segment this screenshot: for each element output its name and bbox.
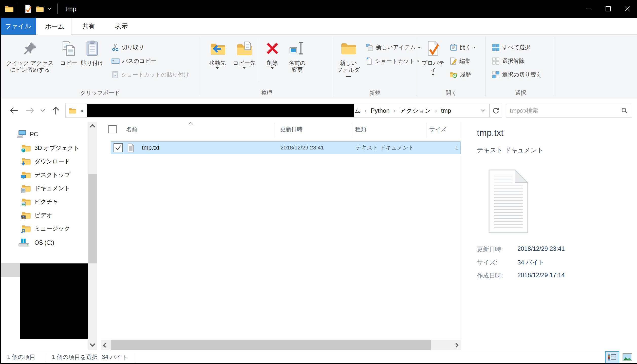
tab-share[interactable]: 共有 xyxy=(72,18,105,35)
pc-icon xyxy=(17,130,27,138)
row-checkbox[interactable] xyxy=(114,143,123,152)
pin-to-quick-access-button[interactable]: クイック アクセス にピン留めする xyxy=(5,37,55,73)
arrow-right-icon xyxy=(26,106,35,115)
search-input[interactable] xyxy=(506,107,621,114)
details-view-button[interactable] xyxy=(605,351,619,363)
sidebar-item-os-c-drive[interactable]: OS (C:) xyxy=(0,236,88,249)
column-header-type[interactable]: 種類 xyxy=(355,126,366,133)
file-preview-icon xyxy=(489,169,528,234)
qat-customize-button[interactable] xyxy=(46,2,53,16)
sidebar-scrollbar-thumb[interactable] xyxy=(88,174,97,263)
breadcrumb-chevron-icon: › xyxy=(365,107,367,114)
close-button[interactable] xyxy=(618,0,637,18)
column-header-size[interactable]: サイズ xyxy=(429,126,446,133)
arrow-up-icon xyxy=(51,106,60,115)
new-shortcut-button[interactable]: ショートカット xyxy=(366,55,419,67)
delete-button[interactable]: 削除 xyxy=(262,37,283,70)
invert-selection-button[interactable]: 選択の切り替え xyxy=(492,69,542,81)
select-all-button[interactable]: すべて選択 xyxy=(492,41,531,53)
sidebar-item-pictures[interactable]: ピクチャ xyxy=(0,195,88,208)
column-header-name[interactable]: 名前 xyxy=(126,126,137,133)
breadcrumb-segment-python[interactable]: Python xyxy=(371,107,390,114)
group-label-clipboard: クリップボード xyxy=(0,89,200,97)
videos-folder-icon xyxy=(21,211,31,219)
scroll-up-button[interactable] xyxy=(89,124,96,129)
scroll-left-button[interactable] xyxy=(103,343,106,349)
qat-new-folder-button[interactable] xyxy=(34,2,46,16)
group-label-new: 新規 xyxy=(333,89,417,97)
column-header-modified[interactable]: 更新日時 xyxy=(280,126,303,133)
ribbon-group-new: 新しい フォルダー 新しいアイテム ショートカット 新規 xyxy=(333,35,417,99)
maximize-button[interactable] xyxy=(598,0,618,18)
titlebar-separator xyxy=(57,4,58,14)
select-none-button[interactable]: 選択解除 xyxy=(492,55,524,67)
sidebar-item-desktop[interactable]: デスクトップ xyxy=(0,168,88,181)
rename-icon xyxy=(289,37,305,60)
sidebar-item-downloads[interactable]: ダウンロード xyxy=(0,155,88,168)
breadcrumb-chevron-icon: › xyxy=(394,107,396,114)
history-button[interactable]: 履歴 xyxy=(450,69,471,81)
titlebar-separator xyxy=(18,4,18,14)
qat-properties-button[interactable] xyxy=(22,2,34,16)
horizontal-scrollbar-thumb[interactable] xyxy=(111,340,431,350)
sidebar-item-videos[interactable]: ビデオ xyxy=(0,208,88,222)
details-title: tmp.txt xyxy=(477,128,503,138)
scroll-down-button[interactable] xyxy=(88,340,97,350)
ribbon-group-clipboard: クイック アクセス にピン留めする コピー 貼り付け 切り取り xyxy=(0,35,200,99)
recent-locations-button[interactable] xyxy=(39,105,47,116)
ribbon-group-select: すべて選択 選択解除 選択の切り替え 選択 xyxy=(486,35,555,99)
tab-view[interactable]: 表示 xyxy=(105,18,138,35)
details-created-label: 作成日時: xyxy=(477,272,503,280)
large-icons-view-button[interactable] xyxy=(620,351,634,363)
file-row-tmp-txt[interactable]: tmp.txt 2018/12/29 23:41 テキスト ドキュメント 1 xyxy=(111,141,461,154)
open-button[interactable]: 開く xyxy=(450,41,476,53)
sidebar-item-3d-objects[interactable]: 3D オブジェクト xyxy=(0,141,88,155)
group-label-open: 開く xyxy=(417,89,486,97)
window-title: tmp xyxy=(65,5,76,13)
refresh-button[interactable] xyxy=(490,104,502,118)
paste-button[interactable]: 貼り付け xyxy=(80,37,104,66)
sidebar-item-pc[interactable]: PC xyxy=(0,128,88,141)
breadcrumb-chevron-icon: › xyxy=(435,107,437,114)
breadcrumb-segment[interactable]: ム xyxy=(354,107,361,115)
copy-to-button[interactable]: コピー先 xyxy=(231,37,257,70)
forward-button[interactable] xyxy=(25,105,36,116)
shortcut-icon xyxy=(366,57,372,65)
chevron-down-icon xyxy=(40,109,45,112)
scroll-right-button[interactable] xyxy=(455,343,459,349)
breadcrumb-segment-tmp[interactable]: tmp xyxy=(441,107,451,114)
move-to-button[interactable]: 移動先 xyxy=(204,37,231,70)
back-button[interactable] xyxy=(8,105,19,116)
breadcrumb-segment-action[interactable]: アクション xyxy=(400,107,431,115)
address-bar[interactable]: « ム › Python › アクション › tmp xyxy=(65,104,490,118)
tab-home[interactable]: ホーム xyxy=(38,18,71,35)
new-item-button[interactable]: 新しいアイテム xyxy=(366,41,420,53)
search-icon[interactable] xyxy=(621,107,632,114)
scroll-strip xyxy=(0,340,637,351)
edit-button[interactable]: 編集 xyxy=(450,55,471,67)
rename-button[interactable]: 名前の 変更 xyxy=(284,37,311,73)
new-folder-button[interactable]: 新しい フォルダー xyxy=(334,37,362,80)
details-size-label: サイズ: xyxy=(477,258,497,266)
status-selection-size: 34 バイト xyxy=(102,353,128,361)
address-dropdown-button[interactable] xyxy=(477,109,489,112)
up-button[interactable] xyxy=(50,105,61,116)
properties-icon xyxy=(426,37,440,60)
paste-shortcut-button[interactable]: ショートカットの貼り付け xyxy=(111,69,189,81)
properties-button[interactable]: プロパティ xyxy=(420,37,446,77)
title-bar: tmp xyxy=(0,0,637,18)
chevron-down-icon xyxy=(481,109,485,112)
group-label-organize: 整理 xyxy=(200,89,333,97)
minimize-button[interactable] xyxy=(579,0,598,18)
sidebar-selected-item-ghost[interactable] xyxy=(0,263,20,277)
status-bar: 1 個の項目 1 個の項目を選択 34 バイト xyxy=(0,351,637,363)
sidebar-item-music[interactable]: ミュージック xyxy=(0,222,88,235)
copy-button[interactable]: コピー xyxy=(58,37,80,66)
select-all-checkbox[interactable] xyxy=(108,125,117,133)
horizontal-scrollbar[interactable] xyxy=(101,340,461,350)
sidebar-item-documents[interactable]: ドキュメント xyxy=(0,182,88,195)
breadcrumb-overflow[interactable]: « xyxy=(80,107,84,114)
copy-path-button[interactable]: \\.. パスのコピー xyxy=(111,55,156,67)
tab-file-menu[interactable]: ファイル xyxy=(0,18,36,35)
cut-button[interactable]: 切り取り xyxy=(111,41,144,53)
